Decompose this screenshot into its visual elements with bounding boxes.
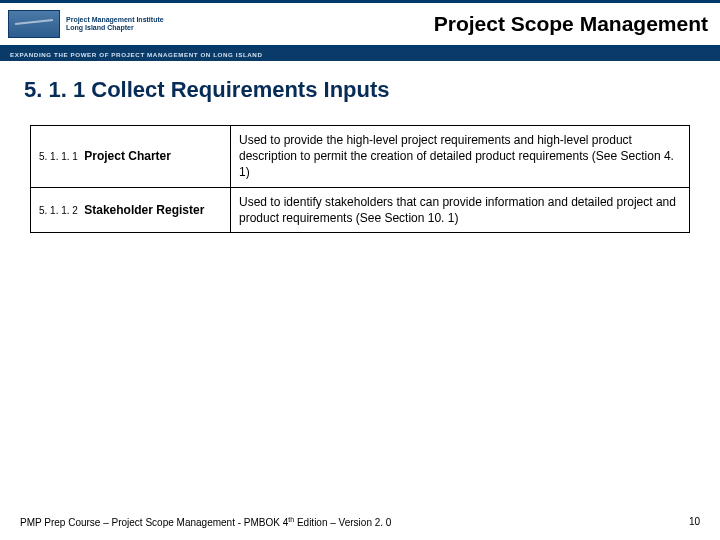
page-number: 10 xyxy=(689,516,700,528)
row-name: Stakeholder Register xyxy=(84,203,204,217)
row-label: 5. 1. 1. 1 Project Charter xyxy=(31,126,231,188)
pmi-logo-icon xyxy=(8,10,60,38)
tagline-strip: EXPANDING THE POWER OF PROJECT MANAGEMEN… xyxy=(0,48,720,61)
org-name: Project Management Institute Long Island… xyxy=(66,16,164,32)
logo-block: Project Management Institute Long Island… xyxy=(8,10,164,38)
row-number: 5. 1. 1. 2 xyxy=(39,205,78,216)
inputs-table: 5. 1. 1. 1 Project Charter Used to provi… xyxy=(30,125,690,233)
row-number: 5. 1. 1. 1 xyxy=(39,151,78,162)
footer-text: PMP Prep Course – Project Scope Manageme… xyxy=(20,516,391,528)
page-title: Project Scope Management xyxy=(434,12,708,36)
row-label: 5. 1. 1. 2 Stakeholder Register xyxy=(31,187,231,232)
org-line2: Long Island Chapter xyxy=(66,24,164,32)
section-heading: 5. 1. 1 Collect Requirements Inputs xyxy=(24,77,696,103)
org-line1: Project Management Institute xyxy=(66,16,164,24)
row-desc: Used to provide the high-level project r… xyxy=(231,126,690,188)
footer: PMP Prep Course – Project Scope Manageme… xyxy=(0,516,720,528)
table-row: 5. 1. 1. 2 Stakeholder Register Used to … xyxy=(31,187,690,232)
footer-post: Edition – Version 2. 0 xyxy=(294,517,391,528)
row-name: Project Charter xyxy=(84,149,171,163)
footer-pre: PMP Prep Course – Project Scope Manageme… xyxy=(20,517,288,528)
header-bar: Project Management Institute Long Island… xyxy=(0,0,720,48)
content-area: 5. 1. 1 Collect Requirements Inputs 5. 1… xyxy=(0,61,720,233)
row-desc: Used to identify stakeholders that can p… xyxy=(231,187,690,232)
table-row: 5. 1. 1. 1 Project Charter Used to provi… xyxy=(31,126,690,188)
